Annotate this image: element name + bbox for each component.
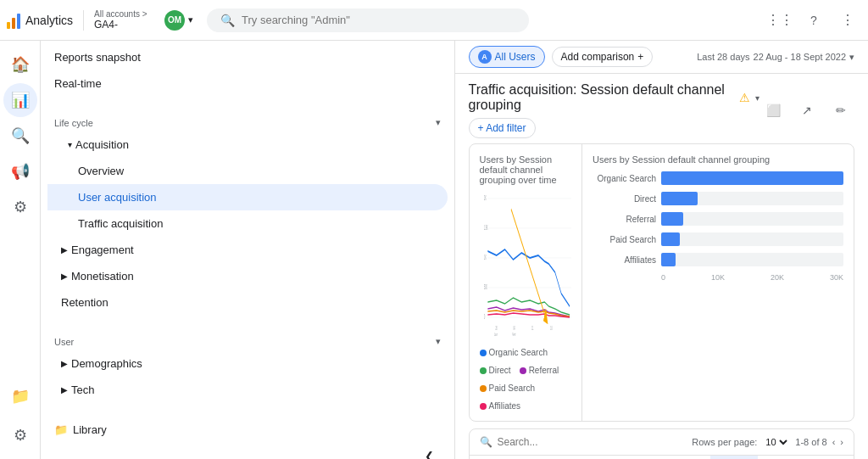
bar-row-affiliates: Affiliates: [593, 253, 843, 266]
export-icon[interactable]: ↗: [793, 97, 821, 124]
page-title-area: Traffic acquisition: Session default cha…: [455, 74, 869, 143]
search-input[interactable]: [242, 14, 515, 26]
bar-row-direct: Direct: [593, 192, 843, 205]
acquisition-section: ▾ Acquisition Overview User acquisition …: [41, 132, 454, 237]
col-header-avg-engagement[interactable]: Averageengagementtime persession: [758, 456, 819, 459]
sidebar-item-library[interactable]: 📁 Library: [41, 417, 448, 443]
search-bar[interactable]: 🔍: [207, 8, 529, 32]
apps-icon[interactable]: ⋮⋮: [766, 7, 793, 34]
bar-chart-title: Users by Session default channel groupin…: [593, 154, 843, 165]
bar-x-labels: 0 10K 20K 30K: [593, 273, 843, 282]
analytics-logo: [7, 12, 20, 29]
sidebar-collapse-btn[interactable]: ❮: [41, 443, 448, 459]
sidebar-item-monetisation[interactable]: ▶ Monetisation: [41, 263, 448, 289]
icon-strip: 🏠 📊 🔍 📢 ⚙ 📁 ⚙: [0, 41, 41, 459]
sidebar-item-traffic-acquisition[interactable]: Traffic acquisition: [47, 210, 448, 237]
table-search[interactable]: 🔍: [480, 436, 625, 448]
page-title: Traffic acquisition: Session default cha…: [469, 82, 760, 113]
main-layout: 🏠 📊 🔍 📢 ⚙ 📁 ⚙ Reports snapshot Real-time…: [0, 41, 868, 459]
account-name: GA4-: [94, 19, 147, 31]
date-range[interactable]: Last 28 days 22 Aug - 18 Sept 2022 ▾: [697, 52, 854, 63]
sidebar-item-engagement[interactable]: ▶ Engagement: [41, 237, 448, 263]
logo-bar-2: [12, 18, 15, 29]
more-vert-icon[interactable]: ⋮: [834, 7, 861, 34]
user-section[interactable]: User ▾: [41, 329, 454, 350]
svg-text:0: 0: [483, 312, 484, 321]
sidebar-item-tech[interactable]: ▶ Tech: [41, 377, 448, 403]
data-table: Session default channel grouping + +User…: [470, 456, 855, 459]
reports-snapshot-label: Reports snapshot: [54, 51, 141, 64]
add-filter-button[interactable]: + Add filter: [469, 118, 536, 138]
table-toolbar: 🔍 Rows per page: 10 25 50 1-8 of 8 ‹ ›: [470, 429, 854, 456]
library-icon[interactable]: 📁: [3, 379, 37, 413]
pencil-icon[interactable]: ✏: [827, 97, 854, 124]
svg-text:Aug: Aug: [494, 331, 498, 336]
sidebar-item-real-time[interactable]: Real-time: [41, 70, 448, 97]
table-search-icon: 🔍: [480, 436, 492, 448]
col-header-sessions[interactable]: Sessions: [662, 456, 710, 459]
svg-text:04: 04: [513, 324, 515, 331]
account-label: All accounts >: [94, 9, 147, 19]
user-selector-arrow: ▾: [188, 14, 193, 25]
top-bar: Analytics All accounts > GA4- OM ▾ 🔍 ⋮⋮ …: [0, 0, 868, 41]
next-page-icon[interactable]: ›: [840, 437, 843, 447]
avatar: OM: [164, 10, 185, 31]
table-search-input[interactable]: [498, 436, 625, 448]
line-chart: 2K 1.5K 1K 500 0: [480, 192, 572, 344]
charts-row: Users by Session default channel groupin…: [469, 143, 855, 422]
user-selector[interactable]: OM ▾: [158, 7, 200, 34]
sidebar-item-demographics[interactable]: ▶ Demographics: [41, 350, 448, 377]
rows-per-page: Rows per page: 10 25 50 1-8 of 8 ‹ ›: [692, 436, 843, 448]
legend-affiliates: Affiliates: [480, 401, 521, 411]
search-icon: 🔍: [220, 14, 235, 27]
line-chart-panel: Users by Session default channel groupin…: [470, 144, 583, 421]
explore-icon[interactable]: 🔍: [3, 119, 37, 153]
lifecycle-section[interactable]: Life cycle ▾: [41, 110, 454, 132]
bar-chart-panel: Users by Session default channel groupin…: [582, 144, 854, 421]
svg-text:1K: 1K: [483, 253, 486, 261]
line-chart-title: Users by Session default channel groupin…: [480, 154, 572, 185]
configure-icon[interactable]: ⚙: [3, 190, 37, 224]
bar-row-paid-search: Paid Search: [593, 232, 843, 246]
all-users-chip[interactable]: A All Users: [469, 46, 545, 68]
account-info: All accounts > GA4-: [94, 9, 147, 31]
admin-icon[interactable]: ⚙: [3, 418, 37, 452]
svg-text:Sept: Sept: [512, 331, 515, 336]
sub-header-left: A All Users Add comparison +: [469, 46, 654, 68]
help-icon[interactable]: ?: [800, 7, 827, 34]
rows-per-page-select[interactable]: 10 25 50: [762, 436, 790, 448]
prev-page-icon[interactable]: ‹: [832, 437, 836, 447]
col-header-channel[interactable]: Session default channel grouping +: [470, 456, 616, 459]
line-chart-svg: 2K 1.5K 1K 500 0: [480, 192, 572, 336]
bar-chart: Organic Search Direct Referral: [593, 171, 843, 307]
chart-legend: Organic Search Direct Referral Paid Sear…: [480, 348, 572, 411]
advertising-icon[interactable]: 📢: [3, 154, 37, 188]
col-header-engaged-per-user[interactable]: Engagedsessions peruser: [818, 456, 854, 459]
share-icon[interactable]: ⬜: [760, 97, 787, 124]
app-name: Analytics: [25, 14, 73, 27]
add-comparison-chip[interactable]: Add comparison +: [552, 47, 654, 67]
svg-text:26: 26: [495, 324, 497, 331]
sidebar-item-retention[interactable]: Retention: [41, 289, 448, 316]
reports-icon[interactable]: 📊: [3, 83, 37, 117]
logo-bar-1: [7, 22, 10, 29]
top-right-icons: ⋮⋮ ? ⋮: [766, 7, 861, 34]
sidebar-item-user-acquisition[interactable]: User acquisition: [47, 184, 448, 210]
table-section: 🔍 Rows per page: 10 25 50 1-8 of 8 ‹ ›: [469, 428, 855, 459]
home-icon[interactable]: 🏠: [3, 48, 37, 81]
svg-text:11: 11: [531, 324, 533, 331]
col-header-users[interactable]: +Users: [615, 456, 662, 459]
sidebar-item-acquisition[interactable]: ▾ Acquisition: [47, 132, 448, 158]
sidebar-item-overview[interactable]: Overview: [47, 158, 448, 184]
real-time-label: Real-time: [54, 77, 102, 90]
logo-bar-3: [17, 14, 20, 29]
page-actions: ⬜ ↗ ✏: [760, 97, 854, 124]
sub-header: A All Users Add comparison + Last 28 day…: [455, 41, 869, 74]
all-users-chip-icon: A: [478, 50, 492, 64]
legend-organic-search: Organic Search: [480, 348, 548, 357]
bar-row-organic: Organic Search: [593, 171, 843, 185]
legend-paid-search: Paid Search: [480, 383, 535, 393]
sidebar-item-reports-snapshot[interactable]: Reports snapshot: [41, 44, 448, 70]
warning-icon: ⚠: [739, 91, 750, 104]
col-header-engaged-sessions[interactable]: Engagedsessions: [710, 456, 758, 459]
